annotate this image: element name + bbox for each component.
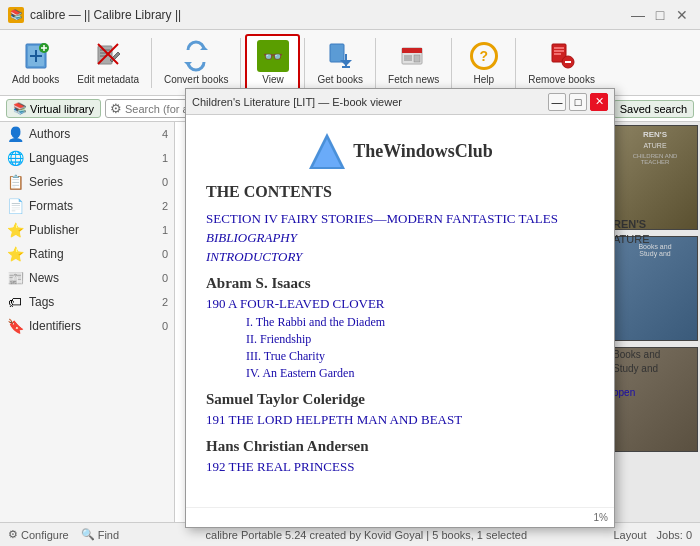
gear-icon[interactable]: ⚙ — [110, 101, 122, 116]
remove-books-icon — [546, 40, 578, 72]
entry-3-link[interactable]: 192 THE REAL PRINCESS — [206, 459, 594, 475]
main-toolbar: Add books Edit metadata — [0, 30, 700, 96]
introductory-link[interactable]: INTRODUCTORY — [206, 249, 594, 265]
remove-books-label: Remove books — [528, 74, 595, 85]
status-right: Layout Jobs: 0 — [614, 529, 693, 541]
svg-rect-20 — [402, 48, 422, 53]
series-icon: 📋 — [6, 174, 24, 190]
news-icon: 📰 — [6, 270, 24, 286]
identifiers-count: 0 — [162, 320, 168, 332]
virtual-library-label: Virtual library — [30, 103, 94, 115]
help-label: Help — [473, 74, 494, 85]
ebook-footer: 1% — [186, 507, 614, 527]
subitem-1-1[interactable]: I. The Rabbi and the Diadem — [206, 315, 594, 330]
ebook-maximize-button[interactable]: □ — [569, 93, 587, 111]
title-bar: 📚 calibre — || Calibre Library || — □ ✕ — [0, 0, 700, 30]
toolbar-separator-3 — [304, 38, 305, 88]
ebook-viewer-modal: Children's Literature [LIT] — E-book vie… — [185, 88, 615, 528]
saved-search-label: Saved search — [620, 103, 687, 115]
edit-metadata-button[interactable]: Edit metadata — [69, 36, 147, 89]
library-icon: 📚 — [13, 102, 27, 115]
sidebar-item-languages[interactable]: 🌐 Languages 1 — [0, 146, 174, 170]
minimize-button[interactable]: — — [628, 5, 648, 25]
sidebar-item-authors[interactable]: 👤 Authors 4 — [0, 122, 174, 146]
ebook-titlebar: Children's Literature [LIT] — E-book vie… — [186, 89, 614, 115]
sidebar-item-formats[interactable]: 📄 Formats 2 — [0, 194, 174, 218]
get-books-icon — [324, 40, 356, 72]
layout-label: Layout — [614, 529, 647, 541]
ebook-close-button[interactable]: ✕ — [590, 93, 608, 111]
get-books-button[interactable]: Get books — [309, 36, 371, 89]
ebook-content: TheWindowsClub THE CONTENTS SECTION IV F… — [186, 115, 614, 507]
help-icon: ? — [468, 40, 500, 72]
svg-marker-13 — [200, 46, 208, 50]
news-count: 0 — [162, 272, 168, 284]
svg-marker-14 — [184, 62, 192, 66]
tags-icon: 🏷 — [6, 294, 24, 310]
tags-count: 2 — [162, 296, 168, 308]
add-books-label: Add books — [12, 74, 59, 85]
view-button[interactable]: 👓 View — [245, 34, 300, 91]
formats-icon: 📄 — [6, 198, 24, 214]
sidebar-item-news[interactable]: 📰 News 0 — [0, 266, 174, 290]
convert-books-button[interactable]: Convert books — [156, 36, 236, 89]
sidebar: 👤 Authors 4 🌐 Languages 1 📋 Series 0 📄 F… — [0, 122, 175, 528]
fetch-news-icon — [398, 40, 430, 72]
subitem-1-2[interactable]: II. Friendship — [206, 332, 594, 347]
sidebar-item-label: Tags — [29, 295, 157, 309]
sidebar-item-publisher[interactable]: ⭐ Publisher 1 — [0, 218, 174, 242]
sidebar-item-series[interactable]: 📋 Series 0 — [0, 170, 174, 194]
ebook-title: Children's Literature [LIT] — E-book vie… — [192, 96, 402, 108]
app-icon: 📚 — [8, 7, 24, 23]
help-button[interactable]: ? Help — [456, 36, 511, 89]
entry-1-link[interactable]: 190 A FOUR-LEAVED CLOVER — [206, 296, 594, 312]
formats-count: 2 — [162, 200, 168, 212]
maximize-button[interactable]: □ — [650, 5, 670, 25]
close-button[interactable]: ✕ — [672, 5, 692, 25]
languages-icon: 🌐 — [6, 150, 24, 166]
sidebar-item-label: News — [29, 271, 157, 285]
ebook-minimize-button[interactable]: — — [548, 93, 566, 111]
sidebar-item-identifiers[interactable]: 🔖 Identifiers 0 — [0, 314, 174, 338]
publisher-count: 1 — [162, 224, 168, 236]
bibliography-link[interactable]: BIBLIOGRAPHY — [206, 230, 594, 246]
sidebar-item-tags[interactable]: 🏷 Tags 2 — [0, 290, 174, 314]
fetch-news-label: Fetch news — [388, 74, 439, 85]
entry-2-link[interactable]: 191 THE LORD HELPETH MAN AND BEAST — [206, 412, 594, 428]
add-books-button[interactable]: Add books — [4, 36, 67, 89]
zoom-level: 1% — [594, 512, 608, 523]
book-cover-1[interactable]: REN'S ATURE CHILDREN AND TEACHER — [613, 125, 698, 230]
configure-label: Configure — [21, 529, 69, 541]
toolbar-separator-5 — [451, 38, 452, 88]
study-and-text: Study and — [613, 362, 695, 376]
ebook-logo-area: TheWindowsClub — [206, 131, 594, 171]
remove-books-button[interactable]: Remove books — [520, 36, 603, 89]
rating-count: 0 — [162, 248, 168, 260]
section1-link[interactable]: SECTION IV FAIRY STORIES—MODERN FANTASTI… — [206, 211, 594, 227]
open-link[interactable]: open — [613, 387, 635, 398]
sidebar-item-label: Authors — [29, 127, 157, 141]
sidebar-item-label: Rating — [29, 247, 157, 261]
sidebar-item-label: Series — [29, 175, 157, 189]
configure-button[interactable]: ⚙ Configure — [8, 528, 69, 541]
virtual-library-button[interactable]: 📚 Virtual library — [6, 99, 101, 118]
sidebar-item-label: Languages — [29, 151, 157, 165]
view-icon: 👓 — [257, 40, 289, 72]
ebook-logo-icon — [307, 131, 347, 171]
subitem-1-4[interactable]: IV. An Eastern Garden — [206, 366, 594, 381]
fetch-news-button[interactable]: Fetch news — [380, 36, 447, 89]
convert-books-icon — [180, 40, 212, 72]
window-controls: — □ ✕ — [628, 5, 692, 25]
find-label: Find — [98, 529, 119, 541]
view-label: View — [262, 74, 284, 85]
saved-search-button[interactable]: Saved search — [613, 100, 694, 118]
sidebar-item-rating[interactable]: ⭐ Rating 0 — [0, 242, 174, 266]
right-panel-info: REN'S ATURE Books and Study and open — [613, 217, 695, 400]
find-button[interactable]: 🔍 Find — [81, 528, 119, 541]
toolbar-separator-4 — [375, 38, 376, 88]
window-title: calibre — || Calibre Library || — [30, 8, 181, 22]
ebook-logo-text: TheWindowsClub — [353, 141, 493, 162]
toolbar-separator-1 — [151, 38, 152, 88]
status-text: calibre Portable 5.24 created by Kovid G… — [119, 529, 613, 541]
subitem-1-3[interactable]: III. True Charity — [206, 349, 594, 364]
